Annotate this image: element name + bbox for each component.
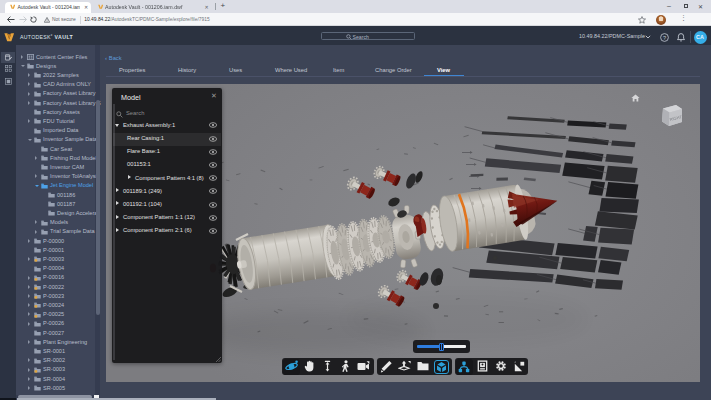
- svg-text:?: ?: [663, 35, 666, 41]
